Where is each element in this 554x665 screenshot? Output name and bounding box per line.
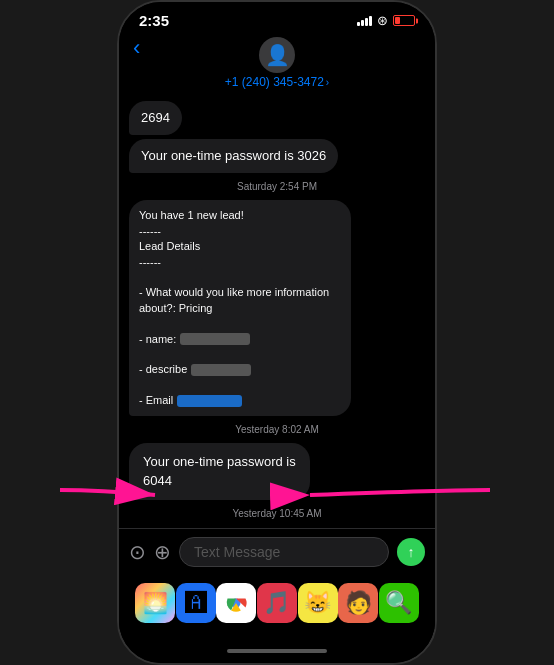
camera-button[interactable]: ⊙ <box>129 540 146 564</box>
screen: 2:35 ⊛ ‹ 👤 <box>119 2 435 663</box>
dock-app-avatar[interactable]: 🧑 <box>338 583 378 623</box>
message-timestamp: Yesterday 10:45 AM <box>129 508 425 519</box>
chevron-right-icon: › <box>326 77 329 88</box>
send-button[interactable]: ↑ <box>397 538 425 566</box>
input-placeholder: Text Message <box>194 544 280 560</box>
contact-avatar[interactable]: 👤 <box>259 37 295 73</box>
input-row: ⊙ ⊕ Text Message ↑ <box>129 537 425 567</box>
dock-app-chrome[interactable] <box>216 583 256 623</box>
redacted-block <box>180 333 250 345</box>
dock-app-photos[interactable]: 🌅 <box>135 583 175 623</box>
status-bar: 2:35 ⊛ <box>119 2 435 33</box>
status-time: 2:35 <box>139 12 169 29</box>
wifi-icon: ⊛ <box>377 13 388 28</box>
dock-app-bitmoji[interactable]: 😸 <box>298 583 338 623</box>
person-icon: 👤 <box>265 43 290 67</box>
redacted-block <box>177 395 242 407</box>
contact-number: +1 (240) 345-3472 <box>225 75 324 89</box>
chat-header: ‹ 👤 +1 (240) 345-3472 › <box>119 33 435 97</box>
contact-info[interactable]: +1 (240) 345-3472 › <box>225 75 329 89</box>
home-indicator <box>119 635 435 663</box>
outer-container: 2:35 ⊛ ‹ 👤 <box>0 0 554 665</box>
send-icon: ↑ <box>408 544 415 560</box>
apps-button[interactable]: ⊕ <box>154 540 171 564</box>
battery-icon <box>393 15 415 26</box>
message-timestamp: Yesterday 8:02 AM <box>129 424 425 435</box>
app-dock: 🌅 🅰 🎵 😸 <box>119 575 435 635</box>
message-timestamp: Saturday 2:54 PM <box>129 181 425 192</box>
messages-area: 2694 Your one-time password is 3026 Satu… <box>119 97 435 528</box>
dock-app-wechat[interactable]: 🔍 <box>379 583 419 623</box>
message-input[interactable]: Text Message <box>179 537 389 567</box>
message-bubble: You have 1 new lead! ------ Lead Details… <box>129 200 351 416</box>
dock-app-music[interactable]: 🎵 <box>257 583 297 623</box>
back-button[interactable]: ‹ <box>133 35 140 61</box>
redacted-block <box>191 364 251 376</box>
phone-frame: 2:35 ⊛ ‹ 👤 <box>117 0 437 665</box>
input-bar: ⊙ ⊕ Text Message ↑ <box>119 528 435 575</box>
message-bubble: Your one-time password is 3026 <box>129 139 338 173</box>
message-bubble: 2694 <box>129 101 182 135</box>
dock-app-store[interactable]: 🅰 <box>176 583 216 623</box>
status-icons: ⊛ <box>357 13 415 28</box>
otp-message-bubble: Your one-time password is6044 <box>129 443 310 499</box>
signal-icon <box>357 16 372 26</box>
